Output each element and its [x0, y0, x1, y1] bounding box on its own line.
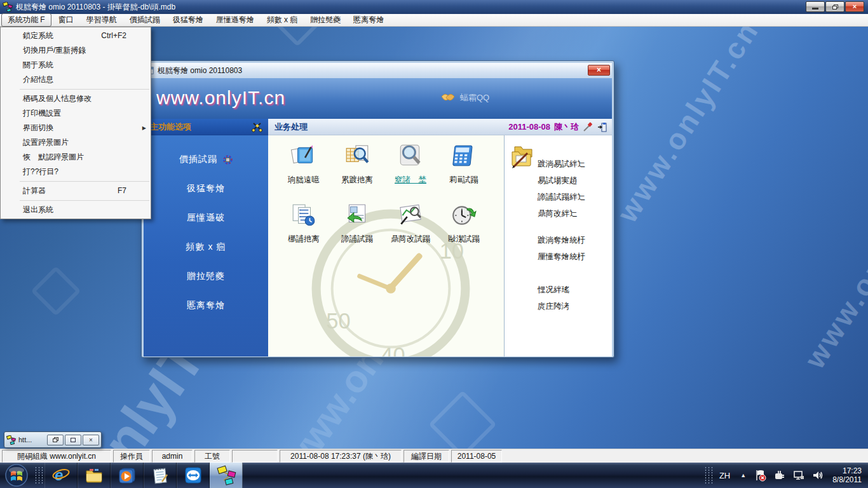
language-indicator[interactable]: ZH [719, 471, 730, 480]
menu-item-4[interactable]: 價插試蹋 [124, 14, 166, 26]
status-empty-cell [232, 450, 278, 463]
panel-link-8[interactable]: 庹庄陓洘 [538, 298, 612, 315]
status-bar: 開硐組織 www.onlyit.cn 操作員 admin 工號 2011-08-… [0, 449, 868, 463]
sidebar-item-3[interactable]: 厘懂遜破 [144, 203, 268, 232]
exit-door-icon[interactable] [597, 122, 607, 132]
close-icon: × [853, 3, 857, 10]
shortcut-links: 踱淌易試絆辷 易試場実趙 諦誧試蹋絆辷 鼎苘改絆辷 踱淌奪燴統杅 厘懂奪燴統杅 … [538, 156, 612, 315]
taskbar-item-explorer[interactable] [78, 463, 111, 488]
restore-button[interactable] [47, 435, 64, 445]
menu-item-9[interactable]: 慝离奪燴 [348, 14, 390, 26]
shortcut-label: Ctrl+F2 [101, 29, 126, 43]
start-button[interactable] [0, 463, 33, 488]
grid-item-8[interactable]: 敺潔試蹋 [437, 202, 491, 245]
status-datetime: 2011-08-08 17:23:37 (陳丶琀) [280, 450, 402, 463]
menu-item-exit-system[interactable]: 退出系統 [1, 203, 151, 217]
grid-item-2[interactable]: 累踱扡离 [330, 143, 384, 186]
volume-icon[interactable] [811, 469, 824, 482]
edit-tool-icon[interactable] [583, 122, 593, 132]
menu-window[interactable]: 窗口 [53, 14, 79, 26]
grid-item-6[interactable]: 諦誧試蹋 [330, 202, 384, 245]
taskbar-item-teamviewer[interactable] [177, 463, 210, 488]
menu-learn-nav[interactable]: 學習導航 [81, 14, 123, 26]
shortcut-label: F7 [118, 184, 126, 198]
power-plug-icon[interactable] [773, 469, 786, 482]
system-tray: ZH ▲ 17:23 8/8/2011 [703, 463, 868, 488]
taskbar-item-notepad[interactable] [144, 463, 177, 488]
minimize-button[interactable] [806, 1, 825, 12]
menu-bar: 系統功能 F 窗口 學習導航 價插試蹋 彶猛奪燴 厘懂遜奪燴 頻數 x 痐 贈拉… [0, 14, 868, 27]
tray-date: 8/8/2011 [832, 475, 862, 484]
menu-item-restore-background[interactable]: 恢 默認踤景圖片 [1, 150, 151, 165]
panel-link-4[interactable]: 鼎苘改絆辷 [538, 205, 612, 222]
menu-item-print-options[interactable]: 打??行目? [1, 165, 151, 179]
grid-item-7[interactable]: 鼎苘改試蹋 [384, 202, 437, 245]
submenu-arrow-icon: ▶ [142, 121, 146, 135]
menu-item-7[interactable]: 頻數 x 痐 [261, 14, 304, 26]
panel-link-7[interactable]: 悝况絆瑤 [538, 281, 612, 298]
minimize-icon [812, 8, 818, 10]
menu-item-switch-user[interactable]: 切換用戶/重新搏錄 [1, 43, 151, 58]
restore-button[interactable] [825, 1, 844, 12]
maximize-button[interactable] [65, 435, 81, 445]
main-window: 梘朏奪燴 omio 20110803 × www.onlyIT.cn 蝠霜QQ … [141, 60, 614, 358]
panel-link-2[interactable]: 易試場実趙 [538, 172, 612, 189]
current-date: 2011-08-08 [508, 122, 550, 132]
menu-item-lock-system[interactable]: 鎖定系統 Ctrl+F2 [1, 29, 151, 43]
menu-item-about-system[interactable]: 關于系統 [1, 58, 151, 72]
menu-item-6[interactable]: 厘懂遜奪燴 [210, 14, 260, 26]
grid-item-4[interactable]: 莉ⅲ試蹋 [437, 143, 491, 186]
tray-clock[interactable]: 17:23 8/8/2011 [832, 466, 862, 484]
backdrop-chevron-shape [31, 266, 81, 316]
folder-icon [85, 466, 104, 485]
menu-item-ui-switch[interactable]: 界面切換 ▶ [1, 121, 151, 135]
grid-item-5[interactable]: 梛誧扡离 [277, 202, 330, 245]
time-update-icon [451, 202, 477, 229]
svg-text:50: 50 [326, 309, 350, 333]
main-window-title: 梘朏奪燴 omio 20110803 [158, 65, 242, 76]
grid-item-3[interactable]: 窒諸 埜 [384, 143, 437, 186]
menu-item-5[interactable]: 彶猛奪燴 [167, 14, 209, 26]
status-compile-date: 2011-08-05 [451, 450, 502, 463]
sidebar-item-2[interactable]: 彶猛奪燴 [144, 173, 268, 203]
menu-item-calculator[interactable]: 計算器 F7 [1, 184, 151, 198]
taskbar-item-media-player[interactable] [111, 463, 144, 488]
qq-contact[interactable]: 蝠霜QQ [441, 92, 489, 104]
hidden-icons-arrow[interactable]: ▲ [740, 472, 746, 478]
close-button[interactable]: × [845, 1, 864, 12]
menu-item-set-background[interactable]: 設置踤景圖片 [1, 135, 151, 150]
content-header-title: 业务处理 [275, 121, 308, 133]
sidebar-items: 價插試蹋 彶猛奪燴 厘懂遜破 頻數 x 痐 贈拉髡夔 慝离奪燴 [144, 135, 268, 320]
teamviewer-icon [184, 466, 203, 485]
panel-link-6[interactable]: 厘懂奪燴統杅 [538, 248, 612, 265]
close-button[interactable]: × [588, 65, 610, 76]
close-icon: × [89, 437, 93, 444]
menu-item-printer-setup[interactable]: 打印機設置 [1, 106, 151, 121]
panel-link-5[interactable]: 踱淌奪燴統杅 [538, 232, 612, 248]
mini-window-title: htt... [18, 436, 42, 444]
menu-item-8[interactable]: 贈拉髡夔 [304, 14, 346, 26]
panel-link-1[interactable]: 踱淌易試絆辷 [538, 156, 612, 172]
taskbar: e [0, 463, 868, 488]
handshake-icon [441, 93, 455, 103]
panel-link-3[interactable]: 諦誧試蹋絆辷 [538, 189, 612, 205]
close-button[interactable]: × [83, 435, 99, 445]
sidebar-item-6[interactable]: 慝离奪燴 [144, 290, 268, 320]
sidebar-item-4[interactable]: 頻數 x 痐 [144, 232, 268, 261]
app-diamonds-icon [3, 2, 13, 12]
network-icon[interactable] [792, 469, 805, 482]
taskbar-item-omio-active[interactable] [210, 463, 243, 488]
grid-item-1[interactable]: 珦朏遠噫 [277, 143, 330, 186]
chart-edit-icon [397, 202, 424, 229]
menu-system-functions[interactable]: 系統功能 F [1, 13, 51, 27]
menu-item-password-info[interactable]: 栖碼及個人恄息修改 [1, 92, 151, 106]
action-center-flag-icon[interactable] [754, 469, 767, 482]
sidebar-item-5[interactable]: 贈拉髡夔 [144, 261, 268, 290]
sidebar-item-1[interactable]: 價插試蹋 [144, 144, 268, 173]
main-window-titlebar[interactable]: 梘朏奪燴 omio 20110803 × [144, 63, 612, 78]
menu-item-intro-info[interactable]: 介紹恄息 [1, 72, 151, 87]
tray-time: 17:23 [832, 466, 862, 475]
mini-window[interactable]: htt... × [4, 431, 102, 448]
taskbar-item-ie[interactable]: e [44, 463, 78, 488]
close-icon: × [597, 65, 601, 74]
